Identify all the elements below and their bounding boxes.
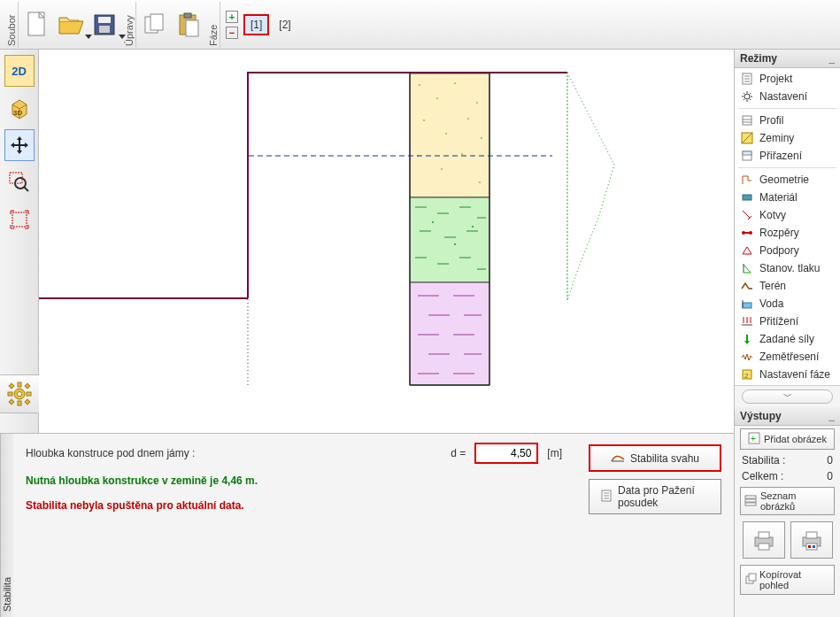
- water-icon: [740, 297, 754, 311]
- new-file-button[interactable]: [21, 4, 53, 46]
- svg-rect-103: [743, 303, 751, 308]
- view-3d-button[interactable]: 3D: [4, 92, 35, 124]
- mode-zeminy[interactable]: Zeminy: [735, 129, 840, 147]
- svg-rect-24: [25, 399, 30, 405]
- svg-rect-3: [99, 26, 110, 33]
- svg-point-39: [481, 137, 482, 139]
- svg-point-56: [432, 221, 434, 223]
- minimize-modes-button[interactable]: _: [828, 52, 835, 65]
- pan-button[interactable]: [4, 129, 35, 161]
- mode-rozpery[interactable]: Rozpěry: [735, 224, 840, 242]
- svg-rect-117: [745, 503, 756, 505]
- mode-nastaveni-faze[interactable]: 2Nastavení fáze: [735, 366, 840, 383]
- svg-line-96: [743, 211, 750, 218]
- svg-rect-95: [743, 195, 751, 200]
- mode-projekt[interactable]: Projekt: [735, 70, 840, 88]
- mode-podpory[interactable]: Podpory: [735, 242, 840, 259]
- save-file-button[interactable]: [89, 4, 120, 46]
- zoom-icon: [8, 171, 31, 194]
- svg-point-79: [744, 94, 750, 99]
- zoom-extents-button[interactable]: [4, 204, 35, 235]
- view-2d-button[interactable]: 2D: [4, 55, 35, 87]
- svg-text:2: 2: [744, 372, 749, 380]
- mode-pritizeni[interactable]: Přitížení: [735, 312, 840, 330]
- stability-analysis-button[interactable]: Stabilita svahu: [589, 444, 721, 472]
- mode-prirazeni[interactable]: Přiřazení: [735, 147, 840, 165]
- remove-phase-button[interactable]: −: [226, 27, 238, 39]
- list-images-button[interactable]: Seznam obrázků: [740, 487, 835, 515]
- copy-button[interactable]: [139, 4, 171, 46]
- paste-icon: [175, 12, 202, 38]
- depth-input[interactable]: [474, 443, 538, 464]
- group-label-upravy: Úpravy: [123, 2, 136, 48]
- svg-rect-127: [749, 574, 756, 581]
- svg-rect-7: [184, 13, 191, 18]
- terrain-icon: [740, 279, 754, 293]
- mode-geometrie[interactable]: Geometrie: [735, 171, 840, 189]
- open-file-button[interactable]: [55, 4, 87, 46]
- svg-point-38: [467, 118, 469, 120]
- mode-voda[interactable]: Voda: [735, 295, 840, 312]
- settings-button[interactable]: [0, 374, 39, 413]
- phase-1-tab[interactable]: [1]: [243, 14, 269, 35]
- phase-2-tab[interactable]: [2]: [273, 15, 297, 35]
- move-arrows-icon: [9, 135, 30, 156]
- svg-rect-19: [8, 392, 12, 396]
- copy-view-icon: [744, 573, 757, 587]
- data-icon: [600, 490, 613, 505]
- anchor-icon: [740, 208, 754, 222]
- stability-warning-text: Stabilita nebyla spuštěna pro aktuální d…: [26, 499, 562, 512]
- assign-icon: [740, 149, 754, 163]
- svg-point-57: [454, 243, 456, 245]
- svg-rect-5: [150, 14, 163, 30]
- drawing-canvas[interactable]: [39, 50, 734, 433]
- svg-rect-124: [808, 545, 811, 548]
- forces-icon: [740, 332, 754, 346]
- svg-rect-120: [759, 544, 769, 550]
- chevron-down-icon: ﹀: [783, 390, 792, 403]
- group-label-faze: Fáze: [207, 2, 220, 48]
- svg-rect-2: [98, 17, 111, 23]
- mode-stanov-tlaku[interactable]: Stanov. tlaku: [735, 259, 840, 277]
- mode-nastaveni[interactable]: Nastavení: [735, 88, 840, 105]
- mode-zadane-sily[interactable]: Zadané síly: [735, 330, 840, 348]
- mode-profil[interactable]: Profil: [735, 112, 840, 129]
- bottom-panel: Stabilita Hloubka konstruce pod dnem jám…: [0, 433, 734, 617]
- file-icon: [25, 10, 50, 40]
- svg-marker-101: [743, 247, 751, 254]
- svg-rect-115: [745, 496, 756, 498]
- svg-rect-18: [18, 401, 21, 405]
- svg-rect-122: [806, 532, 817, 538]
- right-panel: Režimy _ Projekt Nastavení Profil Zeminy…: [734, 50, 840, 617]
- svg-rect-94: [743, 151, 751, 155]
- modes-header-label: Režimy: [740, 52, 777, 65]
- add-image-button[interactable]: + Přidat obrázek: [740, 428, 835, 450]
- svg-rect-31: [410, 73, 489, 197]
- add-image-icon: +: [748, 432, 760, 446]
- depth-unit: [m]: [547, 447, 562, 459]
- mode-kotvy[interactable]: Kotvy: [735, 206, 840, 224]
- print-color-button[interactable]: [790, 521, 833, 559]
- required-depth-text: Nutná hloubka konstrukce v zemině je 4,4…: [26, 474, 562, 487]
- outputs-header: Výstupy _: [735, 407, 840, 426]
- svg-line-85: [750, 99, 751, 100]
- add-phase-button[interactable]: +: [226, 11, 238, 23]
- bottom-tab-stabilita[interactable]: Stabilita: [0, 434, 13, 617]
- minimize-outputs-button[interactable]: _: [828, 410, 835, 422]
- mode-teren[interactable]: Terén: [735, 277, 840, 295]
- svg-marker-110: [744, 341, 750, 344]
- print-row: [738, 521, 836, 559]
- copy-view-button[interactable]: Kopírovat pohled: [740, 565, 835, 595]
- data-for-sheeting-button[interactable]: Data pro Pažení posudek: [589, 479, 721, 514]
- mode-material[interactable]: Materiál: [735, 189, 840, 206]
- svg-rect-116: [745, 499, 756, 502]
- svg-line-14: [24, 187, 28, 191]
- print-button[interactable]: [743, 521, 785, 559]
- svg-point-100: [749, 231, 752, 235]
- expand-modes-button[interactable]: ﹀: [742, 389, 833, 404]
- mode-zemetreseni[interactable]: Zemětřesení: [735, 348, 840, 366]
- svg-rect-20: [27, 392, 31, 396]
- paste-button[interactable]: [173, 4, 204, 46]
- zoom-window-button[interactable]: [4, 166, 35, 198]
- svg-rect-44: [410, 197, 489, 282]
